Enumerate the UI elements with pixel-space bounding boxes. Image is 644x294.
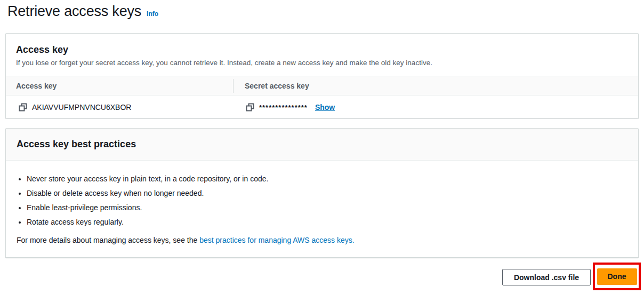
download-csv-button[interactable]: Download .csv file (502, 269, 591, 285)
done-button[interactable]: Done (597, 268, 637, 285)
best-practice-item: Disable or delete access key when no lon… (27, 189, 627, 197)
info-link[interactable]: Info (147, 10, 158, 18)
access-key-card-header: Access key If you lose or forget your se… (6, 34, 638, 67)
page-title: Retrieve access keys (7, 3, 141, 20)
key-table-row: AKIAVVUFMPNVNCU6XBOR *************** Sho… (6, 96, 638, 118)
access-key-heading: Access key (16, 44, 627, 55)
page-header: Retrieve access keys Info (7, 3, 158, 20)
copy-icon[interactable] (246, 103, 254, 112)
column-secret-access-key-label: Secret access key (245, 82, 309, 90)
best-practices-heading: Access key best practices (17, 139, 136, 150)
best-practices-card-header: Access key best practices (6, 129, 638, 161)
secret-access-key-cell: *************** Show (234, 103, 335, 112)
best-practices-link[interactable]: best practices for managing AWS access k… (199, 236, 355, 244)
best-practices-footer: For more details about managing access k… (17, 236, 627, 244)
access-key-cell: AKIAVVUFMPNVNCU6XBOR (6, 103, 234, 112)
best-practice-item: Never store your access key in plain tex… (27, 175, 627, 182)
column-secret-access-key: Secret access key (234, 81, 309, 91)
annotation-highlight: Done (593, 263, 641, 290)
key-table-header: Access key Secret access key (6, 76, 638, 96)
footer-text: For more details about managing access k… (17, 236, 199, 244)
retrieve-access-keys-page: Retrieve access keys Info Access key If … (0, 0, 644, 294)
access-key-value: AKIAVVUFMPNVNCU6XBOR (32, 103, 131, 112)
column-access-key-label: Access key (16, 82, 57, 90)
access-key-card: Access key If you lose or forget your se… (5, 33, 639, 118)
best-practices-card: Access key best practices Never store yo… (5, 128, 639, 258)
show-secret-link[interactable]: Show (315, 103, 335, 112)
copy-icon[interactable] (19, 103, 27, 112)
best-practices-body: Never store your access key in plain tex… (6, 161, 638, 244)
column-access-key: Access key (6, 81, 233, 91)
best-practices-list: Never store your access key in plain tex… (17, 175, 627, 226)
best-practice-item: Rotate access keys regularly. (27, 218, 627, 226)
secret-access-key-masked: *************** (259, 104, 308, 112)
best-practice-item: Enable least-privilege permissions. (27, 204, 627, 211)
access-key-description: If you lose or forget your secret access… (16, 59, 627, 67)
